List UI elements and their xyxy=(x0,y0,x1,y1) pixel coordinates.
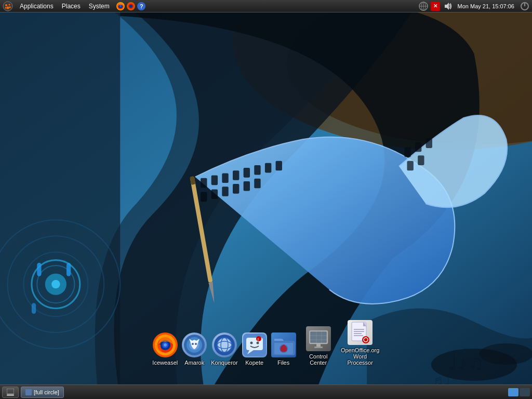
svg-point-41 xyxy=(5,4,7,6)
show-desktop-button[interactable] xyxy=(2,387,19,398)
svg-rect-102 xyxy=(7,389,14,394)
svg-point-45 xyxy=(9,6,11,8)
application-dock: Iceweasel Amarok xyxy=(0,316,532,370)
svg-point-100 xyxy=(362,336,369,343)
network-icon[interactable] xyxy=(418,1,429,11)
system-menu[interactable]: System xyxy=(85,0,114,12)
top-panel: Applications Places System xyxy=(0,0,532,12)
dock-item-openoffice[interactable]: OpenOffice.org Word Processor xyxy=(341,320,380,366)
panel-clock[interactable]: Mon May 21, 15:07:06 xyxy=(455,3,517,9)
disconnect-icon[interactable]: ✕ xyxy=(431,2,440,11)
svg-marker-59 xyxy=(445,3,449,10)
applications-menu[interactable]: Applications xyxy=(16,0,58,12)
panel-left: Applications Places System xyxy=(0,0,148,12)
konqueror-label: Konqueror xyxy=(211,360,237,366)
svg-point-80 xyxy=(250,342,252,344)
dock-item-kopete[interactable]: ! Kopete xyxy=(242,332,267,366)
panel-right: ✕ Mon May 21, 15:07:06 xyxy=(418,0,532,12)
svg-rect-86 xyxy=(310,331,327,343)
svg-point-71 xyxy=(195,343,197,345)
svg-text:?: ? xyxy=(140,3,143,9)
svg-point-66 xyxy=(164,343,167,347)
amarok-label: Amarok xyxy=(184,360,204,366)
svg-text:!: ! xyxy=(257,337,259,342)
files-label: Files xyxy=(277,360,289,366)
openoffice-label: OpenOffice.org Word Processor xyxy=(341,347,380,366)
svg-rect-104 xyxy=(25,389,32,395)
dock-item-amarok[interactable]: Amarok xyxy=(182,332,207,366)
konqueror-icon xyxy=(212,332,237,357)
power-icon[interactable] xyxy=(520,1,530,11)
workspace-2-pager[interactable] xyxy=(520,388,530,396)
svg-point-70 xyxy=(192,343,194,345)
places-menu[interactable]: Places xyxy=(58,0,85,12)
desktop: ♩♪♫ ♬♩ Applications Places Sy xyxy=(0,0,532,399)
svg-point-81 xyxy=(256,342,259,344)
kopete-label: Kopete xyxy=(245,360,263,366)
amarok-icon xyxy=(182,332,207,357)
firefox-quicklaunch-icon[interactable] xyxy=(116,2,125,11)
svg-point-52 xyxy=(129,5,132,8)
svg-rect-103 xyxy=(7,394,14,396)
svg-rect-88 xyxy=(314,347,323,348)
openoffice-icon xyxy=(348,320,373,345)
workspace-1-pager[interactable] xyxy=(508,388,518,396)
taskbar-right xyxy=(508,388,530,396)
iceweasel-icon xyxy=(153,332,178,357)
volume-icon[interactable] xyxy=(442,1,453,11)
firefox2-quicklaunch-icon[interactable] xyxy=(126,2,136,11)
dock-item-control-center[interactable]: Control Center xyxy=(300,326,337,366)
files-icon xyxy=(271,332,296,357)
taskbar: [full circle] xyxy=(0,384,532,399)
control-center-label: Control Center xyxy=(300,353,337,366)
dock-item-konqueror[interactable]: Konqueror xyxy=(211,332,237,366)
svg-point-44 xyxy=(5,7,7,8)
svg-point-42 xyxy=(9,4,10,5)
control-center-icon xyxy=(306,326,331,351)
svg-point-40 xyxy=(3,2,12,11)
svg-point-43 xyxy=(7,6,9,9)
svg-point-49 xyxy=(119,5,122,7)
help-quicklaunch-icon[interactable]: ? xyxy=(137,2,146,11)
dock-item-files[interactable]: Files xyxy=(271,332,296,366)
desktop-area: Iceweasel Amarok xyxy=(0,12,532,384)
iceweasel-label: Iceweasel xyxy=(152,360,178,366)
kopete-icon: ! xyxy=(242,332,267,357)
gnome-logo[interactable] xyxy=(2,1,14,12)
taskbar-window-full-circle[interactable]: [full circle] xyxy=(21,387,64,398)
panel-quicklaunch: ? xyxy=(114,0,148,12)
dock-item-iceweasel[interactable]: Iceweasel xyxy=(152,332,178,366)
